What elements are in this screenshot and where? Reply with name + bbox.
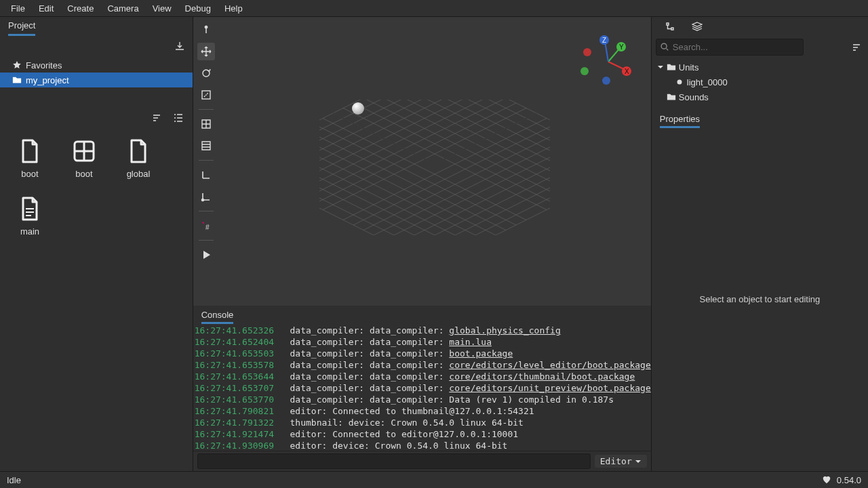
search-input[interactable] (656, 39, 804, 56)
snap-grid-tool[interactable] (197, 166, 215, 184)
place-tool[interactable] (197, 21, 215, 39)
svg-line-33 (363, 128, 550, 230)
folder-icon (667, 92, 676, 102)
svg-line-47 (435, 164, 550, 235)
scale-tool[interactable] (197, 86, 215, 104)
status-bar: Idle 0.54.0 (0, 471, 868, 488)
asset-label: boot (21, 169, 38, 179)
units-label: Units (679, 62, 699, 73)
menu-create[interactable]: Create (60, 1, 100, 16)
properties-empty: Select an object to start editing (652, 127, 868, 471)
svg-point-61 (661, 43, 667, 49)
import-icon[interactable] (172, 39, 187, 54)
status-text: Idle (7, 475, 21, 485)
svg-line-10 (425, 100, 550, 169)
svg-text:Y: Y (619, 43, 624, 51)
star-icon (12, 60, 22, 70)
menu-view[interactable]: View (146, 1, 178, 16)
asset-grid: boot boot global main (0, 127, 193, 471)
chevron-down-icon (635, 458, 642, 465)
menu-bar: File Edit Create Camera View Debug Help (0, 0, 868, 17)
units-group[interactable]: Units (652, 60, 868, 75)
list-view-icon[interactable] (171, 110, 186, 125)
axis-gizmo[interactable]: X Y Z (578, 29, 639, 90)
svg-point-62 (677, 80, 682, 85)
sounds-label: Sounds (679, 92, 709, 102)
svg-line-18 (384, 100, 550, 190)
menu-help[interactable]: Help (218, 1, 250, 16)
svg-text:*: * (202, 220, 205, 227)
folder-icon (667, 62, 676, 72)
svg-line-42 (319, 148, 465, 235)
package-icon (71, 138, 98, 165)
ground-grid (319, 100, 550, 235)
light-label: light_0000 (687, 77, 728, 87)
svg-text:#: # (205, 224, 210, 231)
svg-point-60 (602, 77, 610, 85)
spacer-icon (657, 94, 664, 100)
hierarchy-tree: Units light_0000 Sounds (652, 58, 868, 106)
svg-point-58 (583, 48, 591, 56)
filter-icon[interactable] (849, 40, 864, 55)
asset-label: global (127, 169, 151, 179)
menu-debug[interactable]: Debug (178, 1, 218, 16)
asset-label: boot (75, 169, 92, 179)
project-tab[interactable]: Project (8, 20, 35, 32)
world-axis-tool[interactable] (197, 115, 215, 133)
svg-point-59 (580, 67, 589, 75)
console-input[interactable] (197, 453, 591, 469)
right-panel: Units light_0000 Sounds Properties Selec… (651, 17, 868, 471)
folder-icon (12, 75, 22, 85)
file-icon (16, 138, 43, 165)
light-gizmo[interactable] (352, 102, 364, 115)
asset-boot-file[interactable]: boot (16, 138, 43, 179)
svg-text:Z: Z (602, 37, 606, 44)
favorites-row[interactable]: Favorites (0, 58, 193, 73)
file-icon (125, 138, 152, 165)
menu-camera[interactable]: Camera (100, 1, 145, 16)
project-folder-row[interactable]: my_project (0, 73, 193, 87)
project-folder-label: my_project (26, 75, 69, 85)
svg-line-36 (319, 134, 496, 235)
script-icon (16, 195, 43, 222)
properties-tab[interactable]: Properties (660, 114, 700, 124)
asset-global[interactable]: global (125, 138, 152, 179)
search-icon (660, 42, 669, 54)
svg-line-48 (319, 164, 435, 235)
sort-icon[interactable] (149, 110, 164, 125)
asset-main[interactable]: main (16, 195, 43, 237)
svg-point-1 (205, 26, 208, 28)
chevron-down-icon (657, 64, 664, 70)
play-button[interactable] (197, 246, 215, 264)
left-panel: Project Favorites my_project (0, 17, 193, 471)
svg-line-9 (319, 100, 445, 169)
menu-edit[interactable]: Edit (32, 1, 60, 16)
asset-boot-package[interactable]: boot (71, 138, 98, 179)
hierarchy-tab-icon[interactable] (663, 19, 677, 34)
snap-angle-tool[interactable] (197, 188, 215, 205)
console-tab[interactable]: Console (201, 310, 234, 320)
svg-line-41 (404, 148, 550, 235)
svg-text:X: X (625, 68, 629, 75)
rotate-tool[interactable] (197, 64, 215, 82)
light-item[interactable]: light_0000 (652, 75, 868, 89)
asset-label: main (20, 226, 39, 237)
version-text: 0.54.0 (837, 475, 861, 485)
console-scope-selector[interactable]: Editor (595, 455, 647, 468)
move-tool[interactable] (197, 43, 215, 60)
local-axis-tool[interactable] (197, 137, 215, 155)
svg-line-17 (319, 100, 486, 190)
console-output[interactable]: 16:27:41.652326 data_compiler: data_comp… (193, 323, 651, 451)
svg-line-35 (374, 134, 550, 235)
svg-line-34 (319, 128, 506, 230)
light-icon (675, 77, 684, 87)
layers-tab-icon[interactable] (690, 19, 705, 34)
favorites-label: Favorites (26, 60, 62, 70)
viewport[interactable]: *# X Y (193, 17, 651, 306)
heart-icon[interactable] (822, 475, 831, 485)
svg-point-4 (201, 199, 203, 201)
viewport-canvas[interactable]: X Y Z (219, 17, 651, 306)
reference-tool[interactable]: *# (197, 217, 215, 235)
menu-file[interactable]: File (4, 1, 32, 16)
sounds-group[interactable]: Sounds (652, 89, 868, 104)
